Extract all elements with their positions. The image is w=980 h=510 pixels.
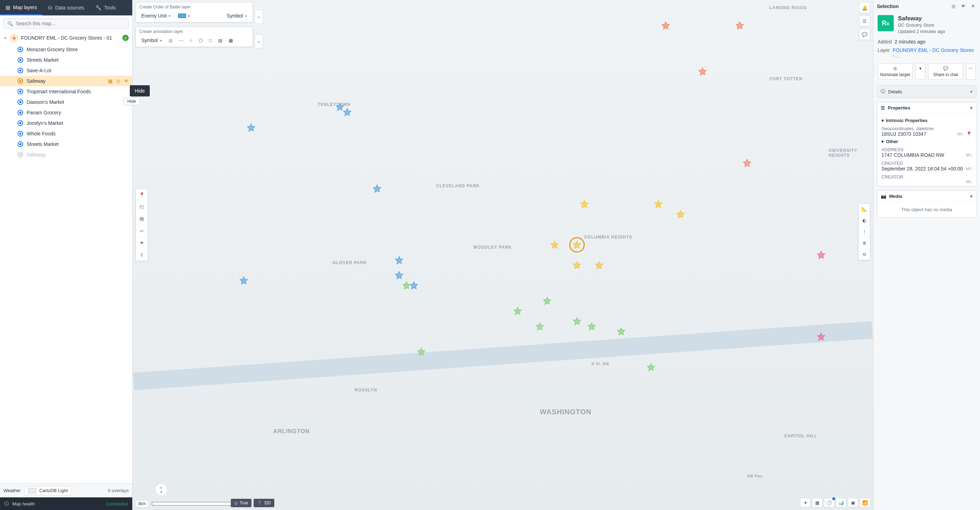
oob-collapse-button[interactable]: ‹ — [255, 10, 263, 24]
upload-tool-icon[interactable]: ⇪ — [136, 249, 148, 261]
chat-icon[interactable]: 💬 — [859, 29, 870, 40]
details-header[interactable]: ⓘ Details ▾ — [877, 86, 976, 97]
eye-icon[interactable]: 👁 — [960, 3, 967, 10]
more-button[interactable]: ⋯ — [966, 64, 976, 79]
point-tool-icon[interactable]: ◎ — [167, 37, 174, 44]
layer-item[interactable]: Whole Foods — [0, 129, 132, 139]
media-header[interactable]: 📷 Media ▾ — [877, 191, 976, 202]
card-icon[interactable]: ▦ — [108, 78, 113, 84]
layer-list[interactable]: Morazan Grocery StoreStreets MarketSave-… — [0, 44, 132, 483]
pill-dd[interactable]: 📍DD — [254, 499, 274, 507]
compass-icon[interactable]: ◐ — [859, 215, 870, 226]
map-marker-star[interactable] — [395, 271, 404, 280]
ann-symbol-dd[interactable]: Symbol — [139, 36, 164, 44]
map-marker-star[interactable] — [402, 281, 411, 290]
broadcast-icon[interactable]: 📶 — [860, 498, 870, 507]
oob-enemy-dd[interactable]: Enemy Unit — [139, 11, 173, 20]
nominate-dd[interactable]: ▾ — [915, 64, 925, 79]
map-marker-star[interactable] — [417, 347, 426, 356]
map-marker-star[interactable] — [247, 123, 256, 132]
layer-item[interactable]: Jocelyn's Market — [0, 118, 132, 129]
ann-collapse-button[interactable]: ‹ — [255, 34, 263, 48]
layer-item[interactable]: Streets Market — [0, 55, 132, 65]
layer-item[interactable]: Safeway — [0, 149, 132, 160]
map-marker-star[interactable] — [573, 261, 582, 270]
polygon-tool-icon[interactable]: ⬠ — [197, 37, 204, 44]
properties-header[interactable]: ☰ Properties ▾ — [877, 102, 976, 114]
circle-tool-icon[interactable]: ○ — [188, 37, 194, 44]
zoom-out-icon[interactable]: ⊖ — [859, 249, 870, 260]
clock-icon[interactable]: 🕑 — [824, 498, 834, 507]
locate-icon[interactable]: ◎ — [116, 78, 120, 84]
text-tool-icon[interactable]: ▤ — [217, 37, 224, 44]
plane-icon[interactable]: ✈ — [800, 498, 811, 507]
map-marker-star[interactable] — [580, 200, 589, 209]
map-marker-star[interactable] — [372, 184, 382, 193]
rect-tool-icon[interactable]: □ — [208, 37, 213, 44]
search-input-wrap[interactable]: 🔍 — [3, 18, 129, 29]
window-tool-icon[interactable]: ◰ — [136, 201, 148, 213]
bell-icon[interactable]: 🔔 — [859, 2, 870, 13]
layer-item[interactable]: Morazan Grocery Store — [0, 44, 132, 55]
send-tool-icon[interactable]: ➤ — [136, 237, 148, 249]
map-marker-star[interactable] — [654, 200, 663, 209]
list-toggle-icon[interactable]: ☰ — [859, 16, 870, 27]
layer-item[interactable]: Save-A-Lot — [0, 65, 132, 76]
map-marker-star[interactable] — [550, 240, 559, 249]
layer-item[interactable]: Safeway▦◎👁 — [0, 76, 132, 86]
table-icon[interactable]: ▦ — [812, 498, 822, 507]
map-marker-star[interactable] — [661, 21, 670, 30]
search-input[interactable] — [16, 21, 125, 26]
intrinsic-header[interactable]: ▾Intrinsic Properties — [881, 118, 972, 123]
tab-tools[interactable]: 🔧 Tools — [90, 0, 121, 16]
map-marker-star[interactable] — [676, 210, 685, 219]
tab-map-layers[interactable]: ▤ Map layers — [0, 0, 43, 16]
line-tool-icon[interactable]: ⋯ — [178, 37, 185, 44]
other-header[interactable]: ▾Other — [881, 139, 972, 144]
map-marker-star[interactable] — [617, 327, 626, 336]
erase-tool-icon[interactable]: ▱ — [136, 225, 148, 237]
map-marker-star[interactable] — [573, 317, 582, 326]
map-marker-star[interactable] — [595, 261, 604, 270]
image-tool-icon[interactable]: ▩ — [227, 37, 234, 44]
nominate-button[interactable]: ◎ Nominate target — [878, 64, 913, 79]
pin-tool-icon[interactable]: 📍 — [136, 189, 148, 201]
map-marker-star[interactable] — [513, 307, 522, 316]
layer-item[interactable]: Dawson's Market — [0, 97, 132, 107]
map-canvas[interactable]: WASHINGTON ARLINGTON ROSSLYN GLOVER PARK… — [133, 0, 873, 510]
layer-group-header[interactable]: ▼ ◉ FOUNDRY EML - DC Grocery Stores - 01… — [0, 32, 132, 44]
ruler-icon[interactable]: 📐 — [859, 204, 870, 215]
zoom-in-icon[interactable]: ⊕ — [859, 237, 870, 249]
layer-link[interactable]: FOUNDRY EML - DC Grocery Stores -… — [892, 48, 976, 59]
pin-icon[interactable]: 📍 — [966, 131, 972, 137]
target-icon[interactable]: ◎ — [950, 3, 957, 10]
chart-icon[interactable]: 📊 — [836, 498, 846, 507]
map-marker-star[interactable] — [239, 276, 248, 285]
basemap-select[interactable]: CartoDB Light — [24, 486, 72, 495]
layer-item[interactable]: Streets Market — [0, 139, 132, 149]
map-marker-star[interactable] — [698, 67, 707, 76]
compass-widget[interactable]: N▲ — [155, 483, 168, 496]
map-marker-star[interactable] — [743, 159, 752, 168]
map-marker-star[interactable] — [542, 296, 552, 305]
focus-icon[interactable]: ▣ — [848, 498, 858, 507]
map-marker-star[interactable] — [646, 363, 655, 372]
grid-tool-icon[interactable]: ▤ — [136, 213, 148, 225]
oob-color-dd[interactable] — [176, 12, 192, 19]
pill-true[interactable]: ◇True — [231, 499, 251, 507]
map-marker-star[interactable] — [735, 21, 744, 30]
map-marker-star[interactable] — [587, 322, 596, 331]
close-icon[interactable]: ✕ — [970, 3, 977, 10]
tab-data-sources[interactable]: ⛁ Data sources — [43, 0, 89, 16]
weather-label[interactable]: Weather — [3, 488, 21, 493]
overlays-count[interactable]: 0 overlays — [108, 488, 129, 493]
eye-icon[interactable]: 👁 — [124, 78, 129, 84]
layer-item[interactable]: Tropimart International Foods — [0, 86, 132, 97]
map-marker-star[interactable] — [816, 251, 826, 259]
layer-item[interactable]: Panam Grocery — [0, 107, 132, 118]
map-marker-star[interactable] — [343, 108, 352, 117]
dots-icon[interactable]: ⋮ — [859, 226, 870, 237]
map-marker-star[interactable] — [395, 256, 404, 265]
map-marker-star[interactable] — [816, 332, 826, 341]
oob-symbol-dd[interactable]: Symbol — [224, 11, 249, 20]
